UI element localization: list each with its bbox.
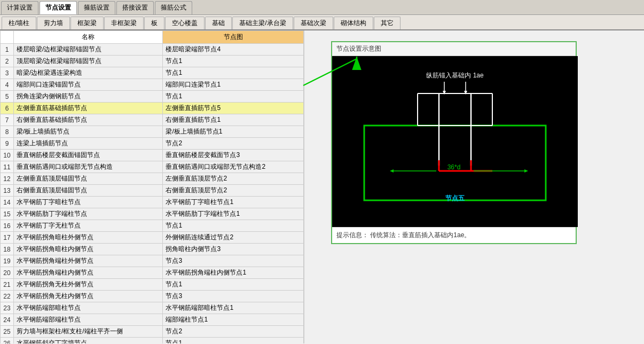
table-row[interactable]: 22水平钢筋拐角无柱内侧节点节点3 — [1, 291, 304, 302]
table-row[interactable]: 24水平钢筋端部端柱节点端部端柱节点1 — [1, 314, 304, 326]
table-row[interactable]: 12左侧垂直筋顶层锚固节点左侧垂直筋顶层节点2 — [1, 173, 304, 185]
row-num: 7 — [1, 114, 14, 126]
row-node: 节点2 — [163, 326, 304, 338]
table-row[interactable]: 21水平钢筋拐角无柱外侧节点节点1 — [1, 279, 304, 291]
row-node: 楼层暗梁端部节点4 — [163, 44, 304, 56]
svg-text:36*d: 36*d — [447, 163, 461, 171]
table-row[interactable]: 2顶层暗梁/边框梁端部锚固节点节点1 — [1, 56, 304, 67]
row-name: 右侧垂直筋基础插筋节点 — [14, 114, 163, 126]
second-tab[interactable]: 剪力墙 — [37, 17, 70, 29]
table-row[interactable]: 15水平钢筋肋丁字端柱节点水平钢筋肋丁字端柱节点1 — [1, 208, 304, 220]
row-num: 20 — [1, 267, 14, 279]
row-name: 左侧垂直筋基础插筋节点 — [14, 103, 163, 114]
row-node: 水平钢筋肋丁字端柱节点1 — [163, 208, 304, 220]
row-node: 节点1 — [163, 91, 304, 103]
row-num: 17 — [1, 232, 14, 244]
row-name: 拐角连梁内侧钢筋节点 — [14, 91, 163, 103]
row-node: 左侧垂直插筋节点5 — [163, 103, 304, 114]
top-tab[interactable]: 箍筋公式 — [155, 1, 192, 14]
row-name: 水平钢筋拐角暗柱内侧节点 — [14, 244, 163, 255]
second-tab[interactable]: 砌体结构 — [334, 17, 373, 29]
table-row[interactable]: 14水平钢筋丁字暗柱节点水平钢筋丁字暗柱节点1 — [1, 197, 304, 208]
row-node: 水平钢筋丁字暗柱节点1 — [163, 197, 304, 208]
row-node: 垂直钢筋遇间口或端部无节点构造2 — [163, 161, 304, 173]
row-node: 左侧垂直筋顶层节点2 — [163, 173, 304, 185]
table-row[interactable]: 17水平钢筋拐角暗柱外侧节点外侧钢筋连续通过节点2 — [1, 232, 304, 244]
top-tab[interactable]: 计算设置 — [1, 1, 38, 14]
table-row[interactable]: 5拐角连梁内侧钢筋节点节点1 — [1, 91, 304, 103]
row-name: 梁/板上墙插筋节点 — [14, 126, 163, 138]
row-node: 右侧垂直筋顶层节点2 — [163, 185, 304, 197]
table-row[interactable]: 10垂直钢筋楼层变截面锚固节点垂直钢筋楼层变截面节点3 — [1, 150, 304, 161]
second-tab[interactable]: 空心楼盖 — [165, 17, 205, 29]
table-row[interactable]: 26水平钢筋斜交丁字墙节点节点1 — [1, 338, 304, 344]
second-tab-bar: 柱/墙柱剪力墙框架梁非框架梁板空心楼盖基础基础主梁/承台梁基础次梁砌体结构其它 — [0, 15, 644, 30]
second-tab[interactable]: 柱/墙柱 — [2, 17, 36, 29]
table-row[interactable]: 25剪力墙与框架柱/框支柱/端柱平齐一侧节点2 — [1, 326, 304, 338]
second-tab[interactable]: 非框架梁 — [104, 17, 144, 29]
row-num: 25 — [1, 326, 14, 338]
table-row[interactable]: 3暗梁/边框梁遇连梁构造节点1 — [1, 67, 304, 79]
row-name: 水平钢筋拐角无柱外侧节点 — [14, 279, 163, 291]
row-name: 暗梁/边框梁遇连梁构造 — [14, 67, 163, 79]
row-name: 水平钢筋丁字暗柱节点 — [14, 197, 163, 208]
row-node: 端部端柱节点1 — [163, 314, 304, 326]
node-diagram-box: 节点设置示意图 纵筋锚入基础内 1ae — [331, 41, 577, 244]
top-tab[interactable]: 搭接设置 — [116, 1, 154, 14]
row-name: 水平钢筋丁字无柱节点 — [14, 220, 163, 232]
table-row[interactable]: 6左侧垂直筋基础插筋节点左侧垂直插筋节点5 — [1, 103, 304, 114]
row-node: 节点3 — [163, 255, 304, 267]
row-name: 水平钢筋肋丁字端柱节点 — [14, 208, 163, 220]
table-row[interactable]: 16水平钢筋丁字无柱节点节点1 — [1, 220, 304, 232]
table-row[interactable]: 20水平钢筋拐角端柱内侧节点水平钢筋拐角端柱内侧节点1 — [1, 267, 304, 279]
row-node: 垂直钢筋楼层变截面节点3 — [163, 150, 304, 161]
table-row[interactable]: 7右侧垂直筋基础插筋节点右侧垂直插筋节点1 — [1, 114, 304, 126]
top-tab[interactable]: 箍筋设置 — [78, 1, 115, 14]
row-num: 19 — [1, 255, 14, 267]
row-num: 4 — [1, 79, 14, 91]
row-num: 14 — [1, 197, 14, 208]
row-num: 1 — [1, 44, 14, 56]
node-diagram-svg: 纵筋锚入基础内 1ae — [332, 56, 578, 227]
row-node: 节点2 — [163, 138, 304, 150]
row-num: 18 — [1, 244, 14, 255]
row-name: 垂直钢筋楼层变截面锚固节点 — [14, 150, 163, 161]
node-diagram-title: 节点设置示意图 — [332, 42, 576, 56]
second-tab[interactable]: 基础次梁 — [294, 17, 333, 29]
second-tab[interactable]: 框架梁 — [70, 17, 104, 29]
second-tab[interactable]: 其它 — [374, 17, 400, 29]
row-name: 水平钢筋端部端柱节点 — [14, 314, 163, 326]
row-num: 22 — [1, 291, 14, 302]
row-name: 水平钢筋端部暗柱节点 — [14, 302, 163, 314]
second-tab[interactable]: 基础主梁/承台梁 — [232, 17, 293, 29]
table-row[interactable]: 8梁/板上墙插筋节点梁/板上墙插筋节点1 — [1, 126, 304, 138]
row-node: 节点1 — [163, 56, 304, 67]
row-name: 水平钢筋拐角端柱外侧节点 — [14, 255, 163, 267]
row-num: 12 — [1, 173, 14, 185]
table-row[interactable]: 1楼层暗梁/边框梁端部锚固节点楼层暗梁端部节点4 — [1, 44, 304, 56]
row-node: 外侧钢筋连续通过节点2 — [163, 232, 304, 244]
table-row[interactable]: 19水平钢筋拐角端柱外侧节点节点3 — [1, 255, 304, 267]
top-tab[interactable]: 节点设置 — [40, 1, 77, 14]
table-row[interactable]: 23水平钢筋端部暗柱节点水平钢筋端部暗柱节点1 — [1, 302, 304, 314]
row-name: 楼层暗梁/边框梁端部锚固节点 — [14, 44, 163, 56]
row-node: 节点3 — [163, 291, 304, 302]
node-diagram-footer: 提示信息： 传统算法：垂直筋插入基础内1ae。 — [332, 227, 576, 243]
table-row[interactable]: 4端部间口连梁锚固节点端部间口连梁节点1 — [1, 79, 304, 91]
row-num: 15 — [1, 208, 14, 220]
table-row[interactable]: 18水平钢筋拐角暗柱内侧节点拐角暗柱内侧节点3 — [1, 244, 304, 255]
table-row[interactable]: 13右侧垂直筋顶层锚固节点右侧垂直筋顶层节点2 — [1, 185, 304, 197]
row-node: 梁/板上墙插筋节点1 — [163, 126, 304, 138]
row-node: 节点1 — [163, 67, 304, 79]
table-row[interactable]: 11垂直钢筋遇间口或端部无节点构造垂直钢筋遇间口或端部无节点构造2 — [1, 161, 304, 173]
row-num: 3 — [1, 67, 14, 79]
table-row[interactable]: 9连梁上墙插筋节点节点2 — [1, 138, 304, 150]
second-tab[interactable]: 基础 — [205, 17, 232, 29]
row-num: 13 — [1, 185, 14, 197]
row-num: 23 — [1, 302, 14, 314]
row-name: 水平钢筋拐角端柱内侧节点 — [14, 267, 163, 279]
row-num: 21 — [1, 279, 14, 291]
row-name: 水平钢筋拐角暗柱外侧节点 — [14, 232, 163, 244]
second-tab[interactable]: 板 — [144, 17, 164, 29]
row-name: 右侧垂直筋顶层锚固节点 — [14, 185, 163, 197]
